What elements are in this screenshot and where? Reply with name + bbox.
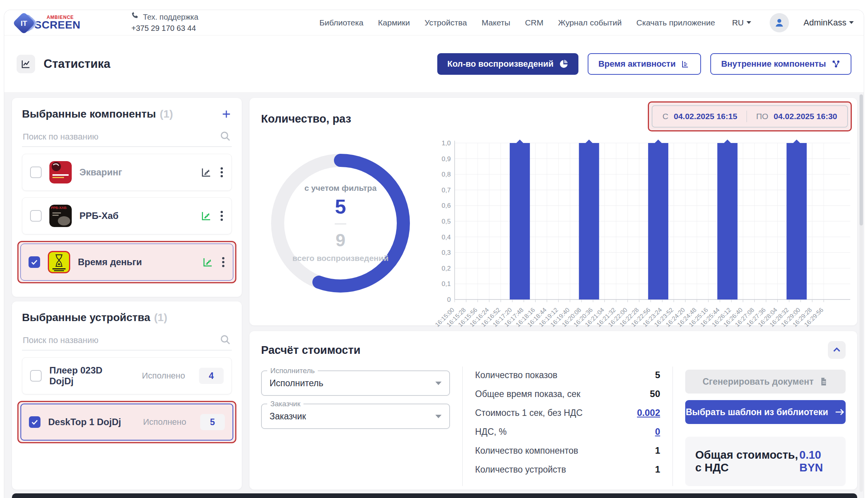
svg-text:0,2: 0,2 (442, 265, 451, 272)
nav-karmiki[interactable]: Кармики (378, 18, 410, 27)
internal-components-button[interactable]: Внутренние компоненты (710, 53, 851, 75)
collapse-button[interactable] (828, 341, 846, 359)
nav-library[interactable]: Библиотека (319, 18, 363, 27)
svg-text:0,6: 0,6 (442, 202, 451, 209)
pie-chart-icon (559, 59, 568, 69)
checkbox[interactable] (30, 210, 42, 222)
nav-event-log[interactable]: Журнал событий (558, 18, 622, 27)
component-item-rrb-hub[interactable]: РРБ-ХАБ РРБ-Хаб (22, 197, 232, 234)
component-item-vremya-dengi[interactable]: Время деньги (20, 244, 233, 281)
nav-devices[interactable]: Устройства (425, 18, 467, 27)
activity-time-button[interactable]: Время активности (588, 53, 701, 75)
language-selector[interactable]: RU (732, 18, 751, 27)
device-item-desktop-1[interactable]: DeskTop 1 DojDj Исполнено 5 (20, 404, 233, 441)
date-from-label: С (662, 112, 668, 121)
svg-text:0,7: 0,7 (442, 187, 451, 194)
kebab-menu-icon[interactable] (220, 210, 224, 222)
nav-layouts[interactable]: Макеты (482, 18, 511, 27)
add-component-button[interactable] (221, 109, 232, 119)
executor-select[interactable]: Исполнитель Исполнитель (261, 370, 450, 396)
executed-label: Исполнено (142, 371, 185, 381)
price-per-sec-link[interactable]: 0.002 (637, 407, 660, 418)
donut-chart: с учетом фильтра 5 9 всего воспроизведен… (261, 127, 431, 320)
shows-count-value: 5 (655, 370, 660, 380)
logo: IT AMBIENCE SCREEN (14, 12, 81, 34)
device-name: Плеер 023D DojDj (49, 365, 126, 387)
executor-select-value: Исполнитель (270, 378, 323, 389)
choose-template-button[interactable]: Выбрать шаблон из библиотеки (685, 400, 846, 424)
divider (335, 224, 346, 224)
stats-icon[interactable] (202, 256, 214, 268)
kv-row: Количество показов 5 (475, 370, 660, 384)
divider (672, 367, 673, 486)
svg-text:0,4: 0,4 (442, 234, 451, 241)
date-to-value: 04.02.2025 16:30 (774, 112, 837, 121)
generate-document-button[interactable]: Сгенерировать документ (685, 370, 846, 394)
executor-select-label: Исполнитель (267, 367, 318, 375)
donut-total-label: всего воспроизведений (292, 254, 388, 263)
check-icon (30, 258, 38, 266)
date-to-label: ПО (756, 112, 768, 121)
avatar[interactable] (770, 13, 789, 32)
username: AdminKass (804, 18, 846, 28)
customer-select[interactable]: Заказчик Заказчик (261, 404, 450, 429)
checkbox-checked[interactable] (29, 416, 40, 428)
page-title: Статистика (44, 57, 110, 71)
svg-text:РРБ-ХАБ: РРБ-ХАБ (51, 206, 67, 210)
donut-filter-label: с учетом фильтра (304, 183, 376, 193)
bar-chart: 00,10,20,30,40,50,60,70,80,91,016:15:001… (431, 127, 855, 336)
content: Выбранные компоненты (1) (4, 92, 864, 498)
donut-total-value: 9 (335, 230, 346, 251)
date-from-value: 04.02.2025 16:15 (674, 112, 737, 121)
customer-select-label: Заказчик (267, 400, 303, 408)
component-item-ekvaring[interactable]: Экваринг (22, 154, 232, 191)
user-menu[interactable]: AdminKass (804, 18, 854, 28)
component-thumbnail (49, 161, 72, 183)
component-thumbnail: РРБ-ХАБ (49, 205, 72, 227)
stats-icon[interactable] (201, 167, 212, 178)
chevron-down-icon (435, 415, 442, 418)
header: IT AMBIENCE SCREEN Тех. поддержка +375 2… (4, 10, 864, 35)
kebab-menu-icon[interactable] (220, 167, 224, 178)
chevron-down-icon (849, 21, 854, 24)
checkbox-checked[interactable] (29, 256, 40, 268)
components-search-input[interactable] (22, 129, 232, 146)
executed-count-badge: 5 (200, 414, 225, 430)
tech-support: Тех. поддержка +375 29 170 63 44 (131, 11, 199, 34)
components-panel-title: Выбранные компоненты (22, 108, 156, 120)
device-item-player-023d[interactable]: Плеер 023D DojDj Исполнено 4 (22, 357, 232, 394)
svg-text:0,3: 0,3 (442, 249, 451, 256)
nav-download-app[interactable]: Скачать приложение (636, 18, 715, 27)
checkbox[interactable] (30, 167, 42, 178)
scrollbar-thumb[interactable] (860, 94, 863, 225)
stats-icon[interactable] (201, 210, 212, 222)
document-icon (819, 377, 828, 386)
checkbox[interactable] (30, 370, 42, 382)
kv-row: Количество компонентов 1 (475, 445, 660, 459)
kebab-menu-icon[interactable] (221, 256, 225, 268)
devices-search-input[interactable] (22, 332, 232, 350)
nav-crm[interactable]: CRM (525, 18, 543, 27)
date-range-picker[interactable]: С 04.02.2025 16:15 ПО 04.02.2025 16:30 (652, 105, 848, 128)
component-thumbnail (48, 251, 70, 273)
chevron-down-icon (435, 382, 442, 385)
playbacks-count-button[interactable]: Кол-во воспроизведений (437, 53, 578, 75)
chevron-up-icon (832, 345, 842, 355)
bar-chart-icon (681, 59, 690, 69)
components-count-value: 1 (655, 445, 660, 456)
divider (747, 111, 747, 122)
support-phone: +375 29 170 63 44 (131, 23, 199, 34)
customer-select-value: Заказчик (270, 411, 306, 422)
annotation-highlight: DeskTop 1 DojDj Исполнено 5 (17, 401, 236, 443)
scrollbar-track (860, 94, 863, 492)
app-window: IT AMBIENCE SCREEN Тех. поддержка +375 2… (4, 10, 864, 498)
playback-stats-card: Количество, раз С 04.02.2025 16:15 ПО 04… (249, 98, 857, 325)
annotation-highlight: С 04.02.2025 16:15 ПО 04.02.2025 16:30 (648, 101, 852, 131)
support-label: Тех. поддержка (143, 12, 199, 23)
language-value: RU (732, 18, 743, 27)
kv-row: НДС, % 0 (475, 426, 660, 440)
search-icon (219, 130, 231, 143)
arrow-right-icon (834, 407, 845, 417)
svg-text:0,1: 0,1 (442, 280, 451, 288)
vat-link[interactable]: 0 (655, 426, 660, 437)
